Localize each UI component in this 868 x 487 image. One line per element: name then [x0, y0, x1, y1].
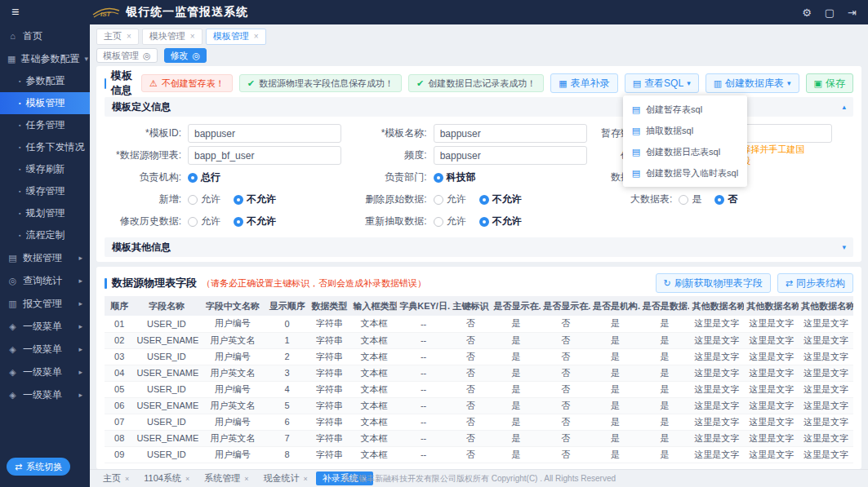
column-header[interactable]: 字段名称 — [134, 296, 198, 316]
chip-label: 模板管理 — [103, 50, 139, 62]
sidebar-subitem-0[interactable]: ▪参数配置 — [0, 70, 90, 92]
sync-structure-button[interactable]: ⇄ 同步表结构 — [777, 273, 853, 293]
sidebar-subitem-3[interactable]: ▪任务下发情况 — [0, 136, 90, 158]
table-row[interactable]: 06USER_ENAME用户英文名5字符串文本框--否是否是是这里是文字这里是文… — [105, 397, 853, 414]
radio-option[interactable]: 不允许 — [234, 215, 276, 228]
column-header[interactable]: 其他数据名称 — [744, 296, 799, 316]
tab-close-icon[interactable]: × — [127, 32, 131, 41]
view-sql-button[interactable]: ▤ 查看SQL ▾ — [625, 73, 699, 93]
column-header[interactable]: 数据类型 — [308, 296, 351, 316]
column-header[interactable]: 是否显示在.. — [492, 296, 541, 316]
radio-option[interactable]: 科技部 — [434, 170, 476, 184]
table-cell: 字符串 — [308, 316, 351, 332]
sidebar-item-menu-1[interactable]: ◈ 一级菜单 ▸ — [0, 315, 90, 338]
table-row[interactable]: 03USER_ID用户编号2字符串文本框--否是否是是这里是文字这里是文字这里是… — [105, 348, 853, 365]
sql-dropdown-item-3[interactable]: ▤创建数据导入临时表sql — [623, 162, 747, 184]
template-name-input[interactable] — [434, 124, 587, 143]
sidebar-subitem-7[interactable]: ▪流程定制 — [0, 224, 90, 246]
create-db-table-button[interactable]: ▥ 创建数据库表 ▾ — [706, 73, 799, 93]
radio-option[interactable]: 不允许 — [479, 215, 522, 228]
collapse-icon[interactable]: ▾ — [842, 243, 846, 251]
save-button[interactable]: ▣ 保存 — [806, 73, 853, 93]
tab-close-icon[interactable]: × — [125, 475, 129, 483]
sidebar-item-query-stats[interactable]: ◎ 查询统计 ▸ — [0, 269, 90, 292]
tab-close-icon[interactable]: × — [303, 475, 307, 483]
sidebar-item-message-management[interactable]: ▥ 报文管理 ▸ — [0, 292, 90, 315]
column-header[interactable]: 字段中文名称 — [198, 296, 266, 316]
sidebar-item-menu-3[interactable]: ◈ 一级菜单 ▸ — [0, 361, 90, 383]
sql-dropdown-item-2[interactable]: ▤创建数据日志表sql — [623, 141, 747, 162]
table-cell: 6 — [266, 414, 308, 430]
column-header[interactable]: 是否是机构.. — [590, 296, 640, 316]
table-row[interactable]: 02USER_ENAME用户英文名1字符串文本框--否是否是是这里是文字这里是文… — [105, 332, 853, 348]
tab-close-icon[interactable]: × — [244, 475, 248, 483]
table-cell: 这里是文字 — [744, 430, 799, 446]
bottom-tab-0[interactable]: 主页× — [96, 472, 136, 485]
sidebar-item-menu-4[interactable]: ◈ 一级菜单 ▸ — [0, 383, 90, 406]
top-tab-2[interactable]: 模板管理× — [206, 29, 266, 45]
sidebar-subitem-label: 任务管理 — [25, 118, 65, 132]
system-switch-button[interactable]: ⇄ 系统切换 — [7, 458, 70, 476]
table-cell: 07 — [105, 414, 134, 430]
tab-close-icon[interactable]: × — [254, 32, 259, 41]
fullscreen-icon[interactable]: ▢ — [825, 7, 835, 19]
sidebar-item-menu-2[interactable]: ◈ 一级菜单 ▸ — [0, 338, 90, 361]
bottom-tab-1[interactable]: 1104系统× — [137, 472, 196, 485]
frequency-input[interactable] — [434, 146, 587, 165]
column-header[interactable]: 其他数据名称 — [799, 296, 853, 316]
sidebar-item-data-management[interactable]: ▤ 数据管理 ▸ — [0, 246, 90, 269]
tab-close-icon[interactable]: × — [185, 475, 189, 483]
table-row[interactable]: 05USER_ID用户编号4字符串文本框--否是否是是这里是文字这里是文字这里是… — [105, 381, 853, 397]
radio-option[interactable]: 不允许 — [479, 193, 522, 206]
sidebar-subitem-1[interactable]: ▪模板管理 — [0, 92, 90, 114]
table-cell: -- — [397, 397, 450, 414]
table-row[interactable]: 09USER_ID用户编号8字符串文本框--否是否是是这里是文字这里是文字这里是… — [105, 446, 853, 463]
table-cell: 这里是文字 — [799, 397, 853, 414]
radio-option[interactable]: 否 — [714, 193, 737, 206]
table-row[interactable]: 07USER_ID用户编号6字符串文本框--否是否是是这里是文字这里是文字这里是… — [105, 414, 853, 430]
radio-option[interactable]: 不允许 — [234, 193, 276, 206]
bottom-tab-3[interactable]: 现金统计× — [256, 472, 314, 485]
column-header[interactable]: 是否显示在.. — [541, 296, 590, 316]
sidebar-subitem-6[interactable]: ▪规划管理 — [0, 202, 90, 224]
table-row[interactable]: 04USER_ENAME用户英文名3字符串文本框--否是否是是这里是文字这里是文… — [105, 365, 853, 381]
physical-table-input[interactable] — [188, 146, 341, 165]
template-id-input[interactable] — [188, 124, 341, 143]
sidebar-item-home[interactable]: ⌂ 首页 — [0, 24, 90, 47]
menu-toggle-icon[interactable]: ≡ — [0, 5, 90, 20]
sidebar-subitem-2[interactable]: ▪任务管理 — [0, 114, 90, 136]
column-header[interactable]: 是否是数据.. — [640, 296, 690, 316]
settings-gear-icon[interactable]: ⚙ — [802, 7, 812, 19]
radio-option[interactable]: 允许 — [434, 193, 466, 206]
column-header[interactable]: 顺序 — [105, 296, 134, 316]
table-cell: 否 — [541, 414, 590, 430]
column-header[interactable]: 显示顺序 — [266, 296, 308, 316]
form-backfill-button[interactable]: ▦ 表单补录 — [550, 73, 617, 93]
radio-option[interactable]: 允许 — [188, 215, 220, 228]
sql-dropdown-item-1[interactable]: ▤抽取数据sql — [623, 120, 747, 141]
logout-icon[interactable]: ⇥ — [848, 7, 857, 19]
bottom-tab-2[interactable]: 系统管理× — [198, 472, 255, 485]
table-row[interactable]: 08USER_ENAME用户英文名7字符串文本框--否是否是是这里是文字这里是文… — [105, 430, 853, 446]
sql-dropdown-item-0[interactable]: ▤创建暂存表sql — [623, 99, 747, 120]
radio-option[interactable]: 允许 — [434, 215, 466, 228]
radio-option[interactable]: 总行 — [188, 170, 220, 184]
radio-option[interactable]: 是 — [679, 193, 701, 206]
radio-option[interactable]: 允许 — [188, 193, 220, 206]
column-header[interactable]: 输入框类型 — [351, 296, 398, 316]
collapse-icon[interactable]: ▴ — [842, 103, 846, 111]
column-header[interactable]: 主键标识 — [450, 296, 492, 316]
top-tab-1[interactable]: 模块管理× — [142, 29, 203, 45]
column-header[interactable]: 其他数据名称 — [689, 296, 744, 316]
sidebar-subitem-4[interactable]: ▪缓存刷新 — [0, 158, 90, 180]
chip-template-management[interactable]: 模板管理 ◎ — [96, 48, 158, 63]
chip-modify[interactable]: 修改 ◎ — [164, 48, 207, 63]
tab-close-icon[interactable]: × — [190, 32, 195, 41]
column-header[interactable]: 字典KEY/日.. — [397, 296, 450, 316]
top-tab-0[interactable]: 主页× — [96, 29, 139, 45]
sidebar-subitem-5[interactable]: ▪缓存管理 — [0, 180, 90, 202]
sidebar-item-basic-config[interactable]: ▦ 基础参数配置 ▾ — [0, 47, 90, 70]
refresh-fields-button[interactable]: ↻ 刷新获取物理表字段 — [656, 273, 771, 293]
radio-label: 总行 — [201, 170, 220, 184]
table-row[interactable]: 01USER_ID用户编号0字符串文本框--否是否是是这里是文字这里是文字这里是… — [105, 316, 853, 332]
